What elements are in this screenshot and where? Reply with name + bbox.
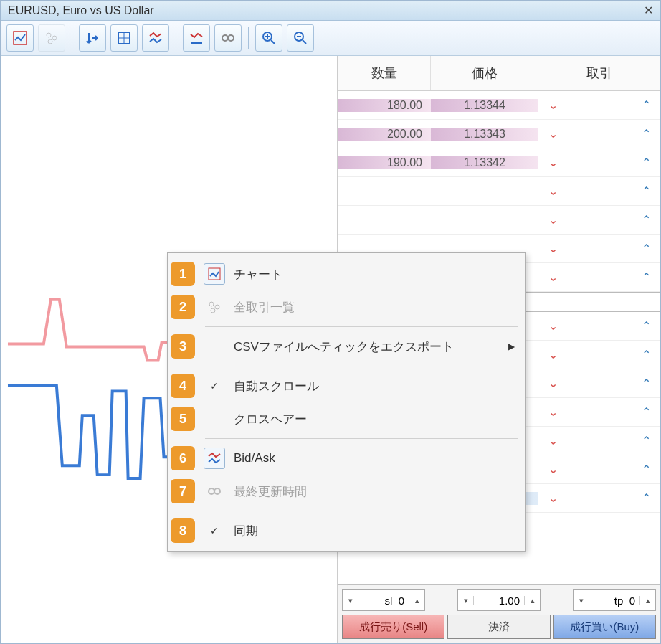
shift-icon bbox=[189, 30, 204, 46]
toolbar-separator bbox=[176, 27, 176, 49]
buy-at-price-button[interactable]: ⌃ bbox=[639, 213, 653, 227]
menu-item-4[interactable]: 4✓自動スクロール bbox=[168, 369, 525, 402]
annotation-badge: 7 bbox=[171, 479, 195, 503]
buy-at-price-button[interactable]: ⌃ bbox=[639, 463, 653, 476]
sell-at-price-button[interactable]: ⌄ bbox=[546, 213, 560, 227]
sell-at-price-button[interactable]: ⌄ bbox=[546, 270, 560, 284]
check-icon: ✓ bbox=[204, 375, 225, 397]
svg-point-8 bbox=[222, 35, 228, 41]
cell-trade: ⌄⌃ bbox=[538, 156, 660, 169]
crosshair-button[interactable] bbox=[110, 24, 138, 52]
sell-button[interactable]: 成行売り(Sell) bbox=[342, 615, 444, 639]
buy-at-price-button[interactable]: ⌃ bbox=[639, 270, 653, 284]
annotation-badge: 3 bbox=[171, 334, 195, 359]
bidask-icon bbox=[148, 30, 163, 46]
sl-decrease[interactable]: ▾ bbox=[343, 596, 358, 605]
buy-at-price-button[interactable]: ⌃ bbox=[639, 405, 653, 419]
vol-increase[interactable]: ▴ bbox=[524, 596, 540, 605]
menu-label: 最終更新時間 bbox=[234, 483, 515, 500]
cell-qty: 200.00 bbox=[338, 128, 431, 141]
cell-trade: ⌄⌃ bbox=[538, 377, 660, 390]
menu-label: Bid/Ask bbox=[234, 451, 515, 465]
tp-increase[interactable]: ▴ bbox=[639, 596, 655, 605]
close-position-button[interactable]: 決済 bbox=[447, 615, 550, 639]
svg-point-20 bbox=[211, 308, 215, 313]
menu-separator bbox=[205, 438, 518, 439]
svg-line-15 bbox=[303, 40, 306, 44]
menu-item-8[interactable]: 8✓同期 bbox=[168, 514, 525, 547]
buy-at-price-button[interactable]: ⌃ bbox=[639, 156, 653, 169]
vol-decrease[interactable]: ▾ bbox=[458, 596, 474, 605]
bidask-icon bbox=[204, 448, 225, 469]
cell-trade: ⌄⌃ bbox=[538, 463, 660, 476]
buy-at-price-button[interactable]: ⌃ bbox=[639, 348, 653, 361]
annotation-badge: 8 bbox=[171, 518, 195, 543]
list-mode-button[interactable] bbox=[38, 24, 65, 52]
buy-at-price-button[interactable]: ⌃ bbox=[639, 377, 653, 390]
dom-row: ⌄⌃ bbox=[338, 206, 660, 235]
chart-mode-button[interactable] bbox=[6, 24, 34, 52]
sell-at-price-button[interactable]: ⌄ bbox=[546, 98, 560, 112]
tp-value[interactable]: 0 bbox=[629, 595, 635, 607]
chart-icon bbox=[204, 263, 225, 285]
cell-trade: ⌄⌃ bbox=[538, 213, 660, 227]
cell-trade: ⌄⌃ bbox=[538, 98, 660, 112]
sell-at-price-button[interactable]: ⌄ bbox=[546, 127, 560, 141]
buy-at-price-button[interactable]: ⌃ bbox=[639, 434, 653, 448]
context-menu: 1チャート2全取引一覧3CSVファイルへティックをエクスポート▶4✓自動スクロー… bbox=[167, 252, 526, 552]
svg-point-19 bbox=[215, 305, 219, 309]
chart-icon bbox=[12, 30, 28, 46]
sl-increase[interactable]: ▴ bbox=[409, 596, 424, 605]
toolbar-separator bbox=[248, 27, 249, 49]
annotation-badge: 4 bbox=[171, 374, 195, 398]
menu-item-5[interactable]: 5クロスヘアー bbox=[168, 402, 525, 435]
col-header-trade: 取引 bbox=[538, 56, 660, 90]
sell-at-price-button[interactable]: ⌄ bbox=[546, 405, 560, 419]
sell-at-price-button[interactable]: ⌄ bbox=[546, 348, 560, 361]
buy-at-price-button[interactable]: ⌃ bbox=[639, 491, 653, 505]
zoom-in-button[interactable] bbox=[255, 24, 282, 52]
cell-qty: 190.00 bbox=[338, 156, 431, 169]
sell-at-price-button[interactable]: ⌄ bbox=[546, 463, 560, 476]
zoom-out-button[interactable] bbox=[287, 24, 314, 52]
autoscroll-button[interactable] bbox=[79, 24, 106, 52]
vol-value[interactable]: 1.00 bbox=[474, 595, 524, 607]
cell-trade: ⌄⌃ bbox=[538, 319, 660, 333]
time-button[interactable] bbox=[214, 24, 242, 52]
buy-at-price-button[interactable]: ⌃ bbox=[639, 242, 653, 255]
buy-at-price-button[interactable]: ⌃ bbox=[639, 98, 653, 112]
menu-item-1[interactable]: 1チャート bbox=[168, 257, 525, 290]
sl-spinner[interactable]: ▾ sl 0 ▴ bbox=[342, 589, 425, 611]
menu-label: クロスヘアー bbox=[234, 411, 515, 427]
sell-at-price-button[interactable]: ⌄ bbox=[546, 434, 560, 448]
volume-spinner[interactable]: ▾ 1.00 ▴ bbox=[457, 589, 541, 611]
close-icon[interactable]: ✕ bbox=[644, 4, 653, 17]
bidask-toggle-button[interactable] bbox=[142, 24, 169, 52]
sl-value[interactable]: 0 bbox=[399, 595, 404, 607]
menu-item-2: 2全取引一覧 bbox=[168, 290, 525, 323]
menu-item-3[interactable]: 3CSVファイルへティックをエクスポート▶ bbox=[168, 330, 525, 363]
menu-item-6[interactable]: 6Bid/Ask bbox=[168, 442, 525, 475]
sell-at-price-button[interactable]: ⌄ bbox=[546, 491, 560, 505]
tp-spinner[interactable]: ▾ tp 0 ▴ bbox=[573, 589, 656, 611]
cell-qty: 180.00 bbox=[338, 99, 431, 112]
cell-trade: ⌄⌃ bbox=[538, 127, 660, 141]
col-header-price: 価格 bbox=[431, 56, 538, 90]
buy-button[interactable]: 成行買い(Buy) bbox=[553, 615, 656, 639]
sell-at-price-button[interactable]: ⌄ bbox=[546, 319, 560, 333]
svg-point-1 bbox=[47, 33, 51, 37]
cell-trade: ⌄⌃ bbox=[538, 405, 660, 419]
sell-at-price-button[interactable]: ⌄ bbox=[546, 377, 560, 390]
tp-decrease[interactable]: ▾ bbox=[574, 596, 589, 605]
buy-at-price-button[interactable]: ⌃ bbox=[639, 319, 653, 333]
sell-at-price-button[interactable]: ⌄ bbox=[546, 184, 560, 198]
buy-at-price-button[interactable]: ⌃ bbox=[639, 127, 653, 141]
annotation-badge: 6 bbox=[171, 446, 195, 470]
buy-at-price-button[interactable]: ⌃ bbox=[639, 184, 653, 198]
sell-at-price-button[interactable]: ⌄ bbox=[546, 156, 560, 169]
annotation-badge: 5 bbox=[171, 407, 195, 431]
svg-rect-0 bbox=[14, 32, 27, 44]
shift-button[interactable] bbox=[183, 24, 210, 52]
sell-at-price-button[interactable]: ⌄ bbox=[546, 242, 560, 255]
dom-row: 180.001.13344⌄⌃ bbox=[338, 91, 660, 120]
